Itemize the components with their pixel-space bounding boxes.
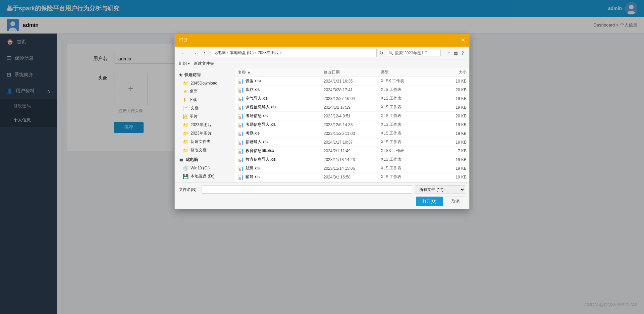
drive-icon: 💿	[183, 165, 189, 171]
dialog-title: 打开	[179, 37, 188, 43]
file-size: 20 KB	[438, 114, 467, 118]
folder-icon: 📄	[183, 106, 189, 111]
file-size: 19 KB	[438, 157, 467, 162]
sidebar-item-2023pics2[interactable]: 📁 2023年图片	[175, 129, 235, 138]
file-row[interactable]: 📊航班.xls 2023/11/14 15:06 XLS 工作表 19 KB	[235, 164, 469, 173]
dialog-footer: 文件名(N): 所有文件 (*.*) 打开(O) 取消	[175, 182, 469, 209]
help-button[interactable]: ?	[460, 50, 465, 56]
file-row[interactable]: 📊课程信息导入.xls 2024/1/2 17:19 XLS 工作表 19 KB	[235, 103, 469, 112]
quick-access-header[interactable]: ★ 快速访问	[175, 71, 235, 79]
file-row[interactable]: 📊库存.xls 2024/3/28 17:41 XLS 工作表 20 KB	[235, 86, 469, 94]
file-type: XLS 工作表	[381, 130, 438, 136]
col-header-date[interactable]: 修改日期	[324, 69, 381, 75]
file-row[interactable]: 📊空气导入.xls 2023/12/27 16:04 XLS 工作表 19 KB	[235, 94, 469, 103]
sidebar-item-drived[interactable]: 💾 本地磁盘 (D:)	[175, 172, 235, 180]
file-date: 2024/1/31 16:35	[324, 79, 381, 84]
nav-up-button[interactable]: ↑	[202, 50, 208, 56]
file-row[interactable]: 📊设备.xlsx 2024/1/31 16:35 XLSX 工作表 10 KB	[235, 77, 469, 86]
file-date: 2023/12/6 14:33	[324, 122, 381, 127]
file-size: 19 KB	[438, 122, 467, 127]
dialog-cancel-button[interactable]: 取消	[446, 197, 465, 206]
filename-input[interactable]	[202, 186, 412, 194]
file-row[interactable]: 📊考勤.xls 2023/11/26 11:03 XLS 工作表 19 KB	[235, 129, 469, 138]
file-row[interactable]: 📊考勤信息导入.xls 2023/12/6 14:33 XLS 工作表 19 K…	[235, 120, 469, 129]
sidebar-item-pics[interactable]: 🖼 图片	[175, 112, 235, 121]
file-type: XLS 工作表	[381, 113, 438, 119]
file-date: 2024/3/1 16:58	[324, 175, 381, 179]
search-input[interactable]	[395, 51, 438, 55]
dialog-body: ★ 快速访问 📁 2345Download 🖥 桌面	[175, 68, 469, 182]
file-row[interactable]: 📊辅导.xls 2024/3/1 16:58 XLS 工作表 19 KB	[235, 173, 469, 181]
filename-label: 文件名(N):	[179, 187, 199, 193]
col-header-type[interactable]: 类型	[381, 69, 438, 75]
sidebar-item-newfolder[interactable]: 📁 新建文件夹	[175, 138, 235, 146]
new-folder-button[interactable]: 新建文件夹	[194, 61, 214, 66]
file-name: 📊考勤信息导入.xls	[238, 122, 324, 127]
dialog-titlebar: 打开 ✕	[175, 34, 469, 47]
xls-icon: 📊	[238, 122, 244, 127]
dialog-toolbar: ← → ↑ 此电脑 › 本地磁盘 (D:) › 2023年图片 › ↻ 🔍	[175, 47, 469, 59]
file-list-header: 名称 ▲ 修改日期 类型 大小	[235, 68, 469, 77]
breadcrumb-part0: 此电脑	[214, 50, 226, 56]
xlsx-icon: 📊	[238, 78, 244, 84]
organize-button[interactable]: 组织 ▾	[179, 61, 190, 66]
file-name: 📊设备.xlsx	[238, 78, 324, 84]
xlsx-icon: 📊	[238, 148, 244, 154]
file-name: 📊教育信息66.xlsx	[238, 148, 324, 154]
file-type: XLS 工作表	[381, 96, 438, 101]
file-row[interactable]: 📊电影信息导入表格.xls 2024/1/25 15:35 XLS 工作表 19…	[235, 181, 469, 182]
star-icon: ★	[179, 73, 182, 77]
nav-back-button[interactable]: ←	[179, 50, 187, 56]
dialog-search: 🔍	[386, 50, 441, 56]
xls-icon: 📊	[238, 157, 244, 162]
this-pc-header[interactable]: 💻 此电脑	[175, 156, 235, 164]
folder-icon: ⬇	[183, 97, 187, 103]
sidebar-item-2023pics1[interactable]: 📁 2023年图片	[175, 121, 235, 129]
sidebar-item-desktop[interactable]: 🖥 桌面	[175, 87, 235, 96]
file-row[interactable]: 📊捐赠导入.xls 2024/1/17 10:37 XLS 工作表 19 KB	[235, 138, 469, 147]
file-date: 2024/1/17 10:37	[324, 140, 381, 145]
file-row[interactable]: 📊考研信息.xls 2023/12/4 9:51 XLS 工作表 20 KB	[235, 112, 469, 120]
view-list-button[interactable]: ≡	[446, 50, 451, 56]
file-date: 2024/2/1 11:49	[324, 149, 381, 153]
file-type: XLS 工作表	[381, 122, 438, 127]
file-date: 2023/12/27 16:04	[324, 96, 381, 101]
sidebar-item-2345[interactable]: 📁 2345Download	[175, 79, 235, 87]
dialog-secondary-toolbar: 组织 ▾ 新建文件夹	[175, 59, 469, 68]
col-header-size[interactable]: 大小	[438, 69, 467, 75]
filename-row: 文件名(N): 所有文件 (*.*)	[179, 185, 465, 194]
nav-forward-button[interactable]: →	[190, 50, 199, 56]
sidebar-item-modifydocs[interactable]: 📁 修改文档	[175, 146, 235, 154]
quick-access-section: ★ 快速访问 📁 2345Download 🖥 桌面	[175, 71, 235, 154]
dialog-file-sidebar: ★ 快速访问 📁 2345Download 🖥 桌面	[175, 68, 235, 182]
xls-icon: 📊	[238, 96, 244, 101]
sidebar-item-download[interactable]: ⬇ 下载	[175, 96, 235, 104]
dialog-open-button[interactable]: 打开(O)	[416, 197, 443, 206]
file-name: 📊辅导.xls	[238, 174, 324, 180]
folder-icon: 📁	[183, 131, 189, 136]
file-type: XLSX 工作表	[381, 78, 438, 84]
file-date: 2023/11/14 15:06	[324, 166, 381, 171]
file-name: 📊考研信息.xls	[238, 113, 324, 119]
dialog-close-button[interactable]: ✕	[461, 38, 465, 43]
file-date: 2023/11/18 14:23	[324, 157, 381, 162]
file-size: 19 KB	[438, 140, 467, 145]
file-size: 19 KB	[438, 96, 467, 101]
sidebar-item-drivee[interactable]: 💾 本地磁盘 (E:)	[175, 180, 235, 182]
view-buttons: ≡ ▦ ?	[446, 50, 465, 56]
col-header-name[interactable]: 名称 ▲	[238, 69, 324, 75]
view-icon-button[interactable]: ▦	[452, 50, 459, 56]
file-type: XLS 工作表	[381, 174, 438, 180]
filetype-select[interactable]: 所有文件 (*.*)	[415, 185, 465, 194]
file-row[interactable]: 📊教宜信息导入.xls 2023/11/18 14:23 XLS 工作表 19 …	[235, 155, 469, 164]
file-name: 📊教宜信息导入.xls	[238, 157, 324, 162]
file-row[interactable]: 📊教育信息66.xlsx 2024/2/1 11:49 XLSX 工作表 7 K…	[235, 147, 469, 155]
file-size: 7 KB	[438, 149, 467, 153]
sidebar-item-winc[interactable]: 💿 Win10 (C:)	[175, 164, 235, 172]
sidebar-item-docs[interactable]: 📄 文档	[175, 104, 235, 112]
refresh-button[interactable]: ↻	[379, 50, 383, 56]
folder-icon: 🖥	[183, 89, 187, 94]
main-content: 用户名 头像 + 点击上传头像 保存	[57, 34, 644, 314]
folder-icon: 📁	[183, 148, 189, 153]
breadcrumb-part1: 本地磁盘 (D:)	[230, 50, 254, 56]
